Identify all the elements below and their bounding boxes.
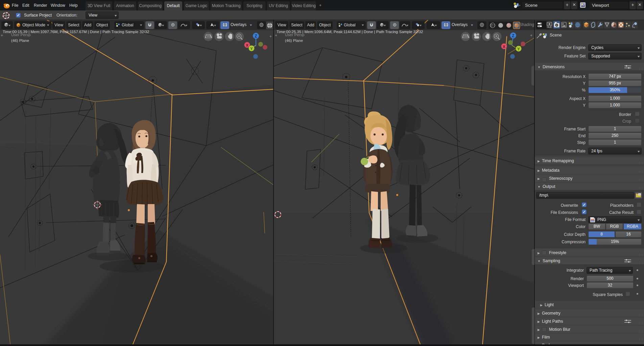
- svg-text:Z: Z: [255, 34, 257, 39]
- svg-text:X: X: [246, 43, 248, 47]
- svg-text:Y: Y: [250, 47, 253, 51]
- svg-text:X: X: [503, 45, 505, 49]
- svg-text:Z: Z: [512, 33, 514, 38]
- svg-text:Y: Y: [517, 47, 520, 51]
